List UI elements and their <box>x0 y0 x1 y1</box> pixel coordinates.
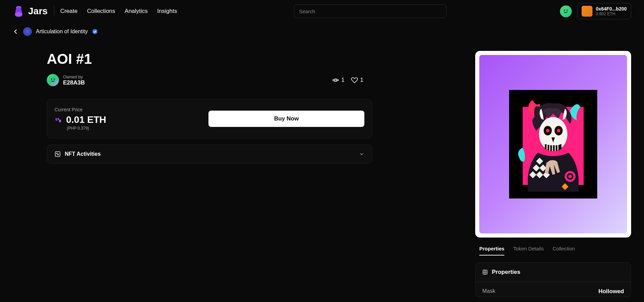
user-avatar[interactable] <box>560 5 572 17</box>
svg-point-4 <box>51 79 52 80</box>
detail-tabs: Properties Token Details Collection <box>475 246 631 256</box>
tab-collection[interactable]: Collection <box>552 246 575 256</box>
owned-by-label: Owned by <box>63 74 85 79</box>
header-right: 0x64F0...b200 0.902 ETH <box>560 3 631 19</box>
svg-point-1 <box>15 12 22 16</box>
chevron-down-icon <box>359 151 364 157</box>
owner-text: Owned by E28A3B <box>63 74 85 86</box>
main-content: AOI #1 Owned by E28A3B <box>0 41 644 297</box>
nav-insights[interactable]: Insights <box>157 8 177 15</box>
polygon-icon <box>55 116 62 124</box>
grid-icon <box>482 269 488 275</box>
main-nav: Create Collections Analytics Insights <box>60 8 177 15</box>
owner-section[interactable]: Owned by E28A3B <box>47 74 85 86</box>
activities-label: NFT Activities <box>65 151 101 157</box>
jar-logo-icon <box>13 5 25 18</box>
properties-panel-title: Properties <box>492 269 520 276</box>
likes-stat[interactable]: 1 <box>351 76 363 84</box>
price-row: 0.01 ETH <box>55 114 106 125</box>
activities-header: NFT Activities <box>55 151 101 157</box>
avatar-face-icon <box>562 8 569 15</box>
properties-panel-header: Properties <box>476 263 631 282</box>
search-box[interactable] <box>294 4 446 18</box>
owner-avatar-face-icon <box>49 77 56 83</box>
tab-token-details[interactable]: Token Details <box>513 246 544 256</box>
wallet-balance: 0.902 ETH <box>596 12 627 16</box>
collection-name[interactable]: Articulation of Identity <box>36 29 88 35</box>
breadcrumb: Articulation of Identity <box>0 22 644 41</box>
activity-icon <box>55 151 61 157</box>
owner-id: E28A3B <box>63 79 85 86</box>
owner-stats-row: Owned by E28A3B 1 1 <box>47 74 462 86</box>
metamask-icon <box>582 6 592 17</box>
brand-name: Jars <box>28 6 48 17</box>
svg-point-5 <box>54 79 55 80</box>
nav-collections[interactable]: Collections <box>87 8 115 15</box>
svg-point-2 <box>564 10 565 11</box>
svg-point-6 <box>335 79 337 81</box>
stats-row: 1 1 <box>332 76 363 84</box>
verified-badge-icon <box>92 29 98 35</box>
property-value: Hollowed <box>598 288 624 295</box>
price-value: 0.01 ETH <box>66 114 106 125</box>
nav-create[interactable]: Create <box>60 8 78 15</box>
activities-accordion[interactable]: NFT Activities <box>47 145 372 164</box>
property-row: Mask Hollowed <box>476 282 631 297</box>
svg-point-17 <box>568 175 572 178</box>
back-arrow-icon[interactable] <box>13 29 19 35</box>
nav-divider <box>54 6 54 16</box>
price-info: Current Price 0.01 ETH (PHP 0.379) <box>55 107 106 131</box>
likes-count: 1 <box>360 77 363 83</box>
price-fiat: (PHP 0.379) <box>67 126 106 131</box>
svg-point-14 <box>557 129 560 132</box>
buy-now-button[interactable]: Buy Now <box>208 111 364 127</box>
tab-properties[interactable]: Properties <box>479 246 504 256</box>
nft-image-frame <box>475 51 631 238</box>
collection-avatar[interactable] <box>23 27 32 36</box>
search-input[interactable] <box>299 8 441 14</box>
app-header: Jars Create Collections Analytics Insigh… <box>0 0 644 22</box>
nft-image-bg <box>479 55 627 233</box>
views-stat: 1 <box>332 76 344 84</box>
properties-panel: Properties Mask Hollowed <box>475 262 631 297</box>
wallet-button[interactable]: 0x64F0...b200 0.902 ETH <box>577 3 631 19</box>
price-label: Current Price <box>55 107 106 112</box>
logo-section[interactable]: Jars <box>13 5 48 18</box>
wallet-info: 0x64F0...b200 0.902 ETH <box>596 6 627 16</box>
nft-title: AOI #1 <box>47 51 462 67</box>
price-card: Current Price 0.01 ETH (PHP 0.379) Buy N… <box>47 99 372 138</box>
svg-point-13 <box>546 129 549 132</box>
nav-analytics[interactable]: Analytics <box>125 8 148 15</box>
nft-artwork[interactable] <box>509 90 597 199</box>
owner-avatar <box>47 74 59 86</box>
heart-icon <box>351 76 358 84</box>
left-column: AOI #1 Owned by E28A3B <box>13 51 462 297</box>
wallet-address: 0x64F0...b200 <box>596 6 627 12</box>
right-column: Properties Token Details Collection Prop… <box>475 51 631 297</box>
eye-icon <box>332 76 339 84</box>
property-key: Mask <box>482 288 495 295</box>
svg-point-3 <box>567 10 568 11</box>
views-count: 1 <box>341 77 344 83</box>
